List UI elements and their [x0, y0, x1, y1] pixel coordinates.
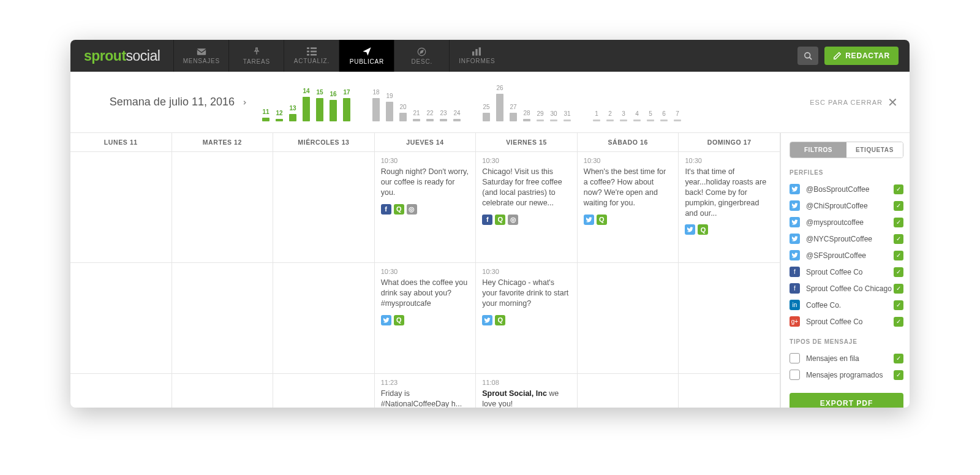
- checkbox-checked-icon[interactable]: ✓: [894, 251, 903, 260]
- mini-bar-day-31[interactable]: 31: [562, 110, 573, 121]
- checkbox-checked-icon[interactable]: ✓: [894, 317, 903, 327]
- profile-label: @BosSproutCoffee: [806, 185, 869, 194]
- checkbox-checked-icon[interactable]: ✓: [894, 284, 903, 294]
- close-button[interactable]: ESC PARA CERRAR ✕: [810, 95, 899, 110]
- export-pdf-button[interactable]: EXPORT PDF: [790, 393, 903, 408]
- checkbox-checked-icon[interactable]: ✓: [894, 201, 903, 211]
- checkbox-checked-icon[interactable]: ✓: [894, 218, 903, 227]
- post-network-icons: Q: [584, 215, 673, 225]
- calendar-cell[interactable]: [679, 374, 780, 408]
- profile-item[interactable]: f Sprout Coffee Co Chicago ✓: [790, 280, 903, 297]
- nav-actualiz[interactable]: ACTUALIZ.: [284, 40, 339, 72]
- post-message: Friday is #NationalCoffeeDay h...: [381, 389, 470, 408]
- mini-bar-day-24[interactable]: 24: [451, 110, 462, 121]
- calendar-cell[interactable]: [578, 374, 679, 408]
- profile-item[interactable]: @BosSproutCoffee ✓: [790, 181, 903, 197]
- calendar-cell[interactable]: [578, 263, 679, 373]
- profile-item[interactable]: @ChiSproutCoffee ✓: [790, 197, 903, 214]
- calendar-cell[interactable]: [70, 374, 172, 408]
- post-message: Rough night? Don't worry, our coffee is …: [381, 167, 470, 198]
- week-title[interactable]: Semana de julio 11, 2016: [70, 96, 260, 109]
- post-time: 11:08: [482, 379, 571, 386]
- qq-icon: Q: [495, 315, 505, 325]
- calendar-cell[interactable]: 10:30 When's the best time for a coffee?…: [578, 152, 679, 262]
- nav-mensajes[interactable]: MENSAJES: [173, 40, 228, 72]
- mini-bar-day-19[interactable]: 19: [384, 93, 395, 121]
- mini-bar-day-7[interactable]: 7: [672, 110, 683, 121]
- calendar-cell[interactable]: 10:30 What does the coffee you drink say…: [375, 263, 477, 373]
- profile-item[interactable]: g+ Sprout Coffee Co ✓: [790, 313, 903, 330]
- mini-bar-day-15[interactable]: 15: [314, 89, 325, 121]
- search-button[interactable]: [797, 47, 818, 65]
- mini-bar-day-29[interactable]: 29: [535, 110, 546, 121]
- calendar[interactable]: LUNES 11MARTES 12MIÉRCOLES 13JUEVES 14VI…: [70, 133, 780, 408]
- calendar-cell[interactable]: [172, 374, 274, 408]
- mini-bar-day-14[interactable]: 14: [301, 88, 312, 121]
- tab-filtros[interactable]: FILTROS: [790, 142, 846, 158]
- mini-bar-day-17[interactable]: 17: [341, 89, 352, 121]
- profile-item[interactable]: f Sprout Coffee Co ✓: [790, 264, 903, 280]
- mini-bar-day-27[interactable]: 27: [508, 104, 519, 121]
- profile-item[interactable]: @mysproutcoffee ✓: [790, 214, 903, 230]
- post-time: 11:23: [381, 379, 470, 386]
- calendar-cell[interactable]: [172, 263, 274, 373]
- nav-informes[interactable]: INFORMES: [449, 40, 504, 72]
- fb-icon: f: [790, 283, 800, 294]
- checkbox-checked-icon[interactable]: ✓: [894, 234, 903, 244]
- calendar-cell[interactable]: 10:30 Rough night? Don't worry, our coff…: [375, 152, 477, 262]
- compose-icon: [833, 51, 842, 60]
- mini-bar-day-30[interactable]: 30: [548, 110, 559, 121]
- msgtype-item[interactable]: Q Mensajes en fila ✓: [790, 350, 903, 367]
- mini-bar-day-5[interactable]: 5: [645, 110, 656, 121]
- mini-bar-day-1[interactable]: 1: [591, 110, 602, 121]
- mini-bar-day-13[interactable]: 13: [287, 105, 298, 121]
- profile-item[interactable]: @NYCSproutCoffee ✓: [790, 230, 903, 247]
- calendar-cell[interactable]: 10:30 It's that time of year...holiday r…: [679, 152, 780, 262]
- checkbox-checked-icon[interactable]: ✓: [894, 184, 903, 194]
- msgtype-item[interactable]: 31 Mensajes programados ✓: [790, 367, 903, 383]
- calendar-cell[interactable]: [70, 263, 172, 373]
- mini-bar-day-25[interactable]: 25: [481, 104, 492, 121]
- mini-bar-day-22[interactable]: 22: [424, 110, 435, 121]
- calendar-cell[interactable]: [273, 263, 375, 373]
- profile-item[interactable]: @SFSproutCoffee ✓: [790, 247, 903, 264]
- compose-button[interactable]: REDACTAR: [824, 47, 899, 65]
- mini-bar-day-11[interactable]: 11: [260, 108, 271, 121]
- calendar-cell[interactable]: 10:30 Hey Chicago - what's your favorite…: [476, 263, 578, 373]
- calendar-cell[interactable]: 11:08 Sprout Social, Inc we love you!: [476, 374, 578, 408]
- mini-bar-day-6[interactable]: 6: [658, 110, 669, 121]
- calendar-cell[interactable]: [273, 152, 375, 262]
- nav-desc[interactable]: DESC.: [394, 40, 449, 72]
- checkbox-checked-icon[interactable]: ✓: [894, 354, 903, 363]
- calendar-cell[interactable]: [172, 152, 274, 262]
- calendar-cell[interactable]: [70, 152, 172, 262]
- mini-bar-day-2[interactable]: 2: [605, 110, 616, 121]
- mini-bar-day-28[interactable]: 28: [521, 110, 532, 121]
- tab-etiquetas[interactable]: ETIQUETAS: [846, 142, 903, 158]
- mini-bar-day-18[interactable]: 18: [371, 89, 382, 121]
- calendar-cell[interactable]: [679, 263, 780, 373]
- profile-item[interactable]: in Coffee Co. ✓: [790, 297, 903, 313]
- tw-icon: [482, 315, 492, 325]
- mini-bar-day-4[interactable]: 4: [631, 110, 643, 121]
- calendar-cell[interactable]: 10:30 Chicago! Visit us this Saturday fo…: [476, 152, 578, 262]
- mini-bar-day-26[interactable]: 26: [494, 85, 505, 121]
- mini-bar-day-21[interactable]: 21: [411, 110, 422, 121]
- mini-bar-day-23[interactable]: 23: [438, 110, 449, 121]
- checkbox-checked-icon[interactable]: ✓: [894, 370, 903, 380]
- calendar-cell[interactable]: 11:23 Friday is #NationalCoffeeDay h...: [375, 374, 477, 408]
- checkbox-checked-icon[interactable]: ✓: [894, 267, 903, 277]
- sidebar-tabs: FILTROS ETIQUETAS: [790, 142, 903, 158]
- mini-bar-day-3[interactable]: 3: [618, 110, 629, 121]
- checkbox-checked-icon[interactable]: ✓: [894, 300, 903, 310]
- mini-bar-day-16[interactable]: 16: [328, 91, 339, 121]
- mini-bar-day-20[interactable]: 20: [398, 104, 409, 121]
- svg-rect-10: [475, 49, 477, 56]
- post-network-icons: fQ◎: [482, 215, 571, 225]
- nav-tareas[interactable]: TAREAS: [228, 40, 284, 72]
- post-message: Sprout Social, Inc we love you!: [482, 389, 571, 408]
- nav-publicar[interactable]: PUBLICAR: [339, 40, 394, 72]
- calendar-cell[interactable]: [273, 374, 375, 408]
- calendar-row: 10:30 Rough night? Don't worry, our coff…: [70, 152, 780, 263]
- mini-bar-day-12[interactable]: 12: [274, 110, 285, 121]
